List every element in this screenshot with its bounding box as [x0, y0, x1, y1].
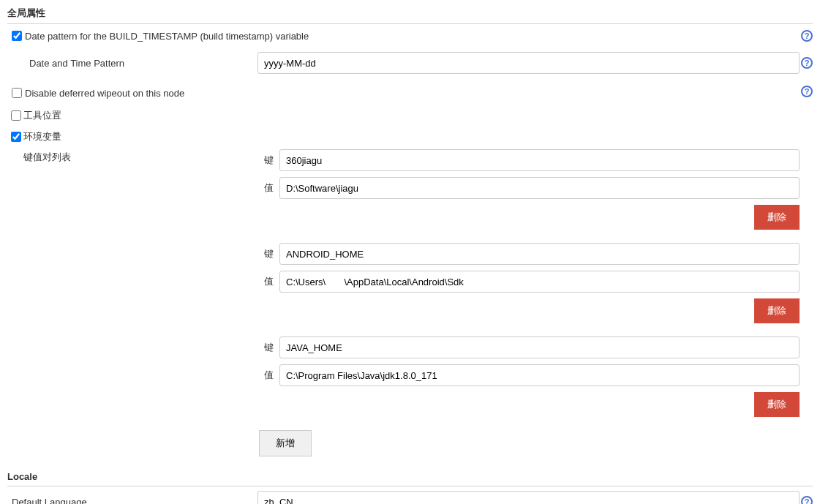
help-icon[interactable]: ? [801, 57, 813, 69]
label-key: 键 [259, 247, 279, 260]
label-key: 键 [259, 154, 279, 167]
kv-section: 键 值 删除 键 值 删除 ? [7, 149, 813, 456]
input-kv-value[interactable] [279, 271, 800, 293]
help-icon[interactable]: ? [801, 86, 813, 97]
label-value: 值 [259, 369, 279, 382]
input-default-language[interactable] [257, 491, 800, 504]
input-kv-key[interactable] [279, 243, 800, 265]
row-disable-wipeout: Disable deferred wipeout on this node ? [7, 78, 813, 105]
label-env-var: 环境变量 [23, 130, 61, 143]
checkbox-tool-location[interactable] [11, 110, 21, 121]
label-disable-wipeout: Disable deferred wipeout on this node [25, 88, 184, 99]
label-default-language: Default Language [7, 497, 257, 505]
row-default-language: Default Language ? [7, 486, 813, 504]
delete-button[interactable]: 删除 [754, 205, 800, 230]
label-tool-location: 工具位置 [23, 109, 61, 122]
delete-button[interactable]: 删除 [754, 298, 800, 323]
help-icon[interactable]: ? [801, 30, 813, 42]
delete-button[interactable]: 删除 [754, 392, 800, 417]
label-date-time-pattern: Date and Time Pattern [25, 58, 257, 69]
row-date-pattern-checkbox: Date pattern for the BUILD_TIMESTAMP (bu… [7, 24, 813, 48]
section-title-locale: Locale [7, 464, 813, 486]
input-kv-key[interactable] [279, 336, 800, 358]
input-kv-key[interactable] [279, 149, 800, 171]
input-kv-value[interactable] [279, 177, 800, 199]
add-button[interactable]: 新增 [259, 430, 312, 456]
input-kv-value[interactable] [279, 364, 800, 386]
input-date-time-pattern[interactable] [257, 52, 800, 74]
label-value: 值 [259, 181, 279, 195]
label-date-pattern: Date pattern for the BUILD_TIMESTAMP (bu… [25, 31, 309, 42]
row-env-var: 环境变量 [7, 126, 813, 147]
checkbox-disable-wipeout[interactable] [12, 88, 22, 98]
checkbox-date-pattern[interactable] [12, 31, 22, 41]
label-value: 值 [259, 275, 279, 288]
row-date-time-pattern: Date and Time Pattern ? [7, 48, 813, 78]
help-icon[interactable]: ? [801, 496, 813, 504]
checkbox-env-var[interactable] [11, 132, 21, 142]
label-key: 键 [259, 341, 279, 354]
section-title-global: 全局属性 [7, 3, 813, 24]
row-tool-location: 工具位置 [7, 105, 813, 126]
